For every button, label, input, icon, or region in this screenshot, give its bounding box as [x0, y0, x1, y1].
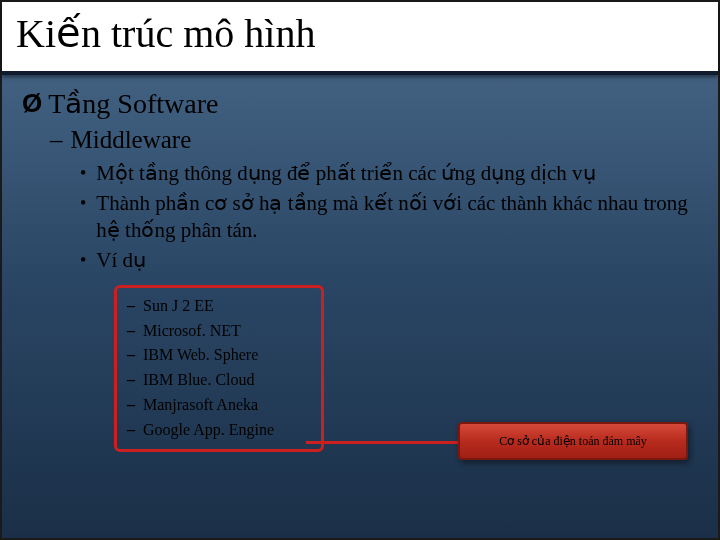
bullet-text: Một tầng thông dụng để phất triển các ứn… — [96, 160, 595, 188]
title-bar: Kiến trúc mô hình — [2, 2, 718, 75]
example-text: Microsof. NET — [143, 319, 241, 344]
slide: Kiến trúc mô hình Ø Tầng Software – Midd… — [0, 0, 720, 540]
dot-icon: • — [80, 190, 86, 245]
example-text: IBM Web. Sphere — [143, 343, 258, 368]
level2-text: Middleware — [71, 126, 192, 154]
bullet-item: • Một tầng thông dụng để phất triển các … — [80, 160, 698, 188]
bullet-item: • Ví dụ — [80, 247, 698, 275]
dash-icon: – — [127, 319, 135, 344]
example-text: Manjrasoft Aneka — [143, 393, 258, 418]
dash-icon: – — [127, 294, 135, 319]
dash-icon: – — [127, 418, 135, 443]
dash-icon: – — [127, 368, 135, 393]
bullet-item: • Thành phần cơ sở hạ tầng mà kết nối vớ… — [80, 190, 698, 245]
bullet-text: Thành phần cơ sở hạ tầng mà kết nối với … — [96, 190, 698, 245]
chevron-icon: Ø — [22, 88, 42, 119]
callout-text: Cơ sở của điện toán đám mây — [499, 434, 647, 449]
level1-text: Tầng Software — [48, 87, 218, 120]
bullet-list: • Một tầng thông dụng để phất triển các … — [80, 160, 698, 275]
slide-title: Kiến trúc mô hình — [16, 10, 704, 57]
example-text: IBM Blue. Cloud — [143, 368, 255, 393]
dot-icon: • — [80, 160, 86, 188]
connector-line — [306, 441, 464, 444]
list-item: – Manjrasoft Aneka — [127, 393, 309, 418]
bullet-text: Ví dụ — [96, 247, 146, 275]
list-item: – Microsof. NET — [127, 319, 309, 344]
callout-box: Cơ sở của điện toán đám mây — [458, 422, 688, 460]
list-item: – IBM Web. Sphere — [127, 343, 309, 368]
example-text: Sun J 2 EE — [143, 294, 214, 319]
list-item: – Google App. Engine — [127, 418, 309, 443]
example-text: Google App. Engine — [143, 418, 274, 443]
level2-item: – Middleware — [50, 126, 698, 154]
list-item: – Sun J 2 EE — [127, 294, 309, 319]
example-box: – Sun J 2 EE – Microsof. NET – IBM Web. … — [114, 285, 324, 452]
dot-icon: • — [80, 247, 86, 275]
dash-icon: – — [127, 343, 135, 368]
dash-icon: – — [127, 393, 135, 418]
slide-content: Ø Tầng Software – Middleware • Một tầng … — [2, 75, 718, 452]
level1-item: Ø Tầng Software — [22, 87, 698, 120]
dash-icon: – — [50, 126, 63, 154]
list-item: – IBM Blue. Cloud — [127, 368, 309, 393]
